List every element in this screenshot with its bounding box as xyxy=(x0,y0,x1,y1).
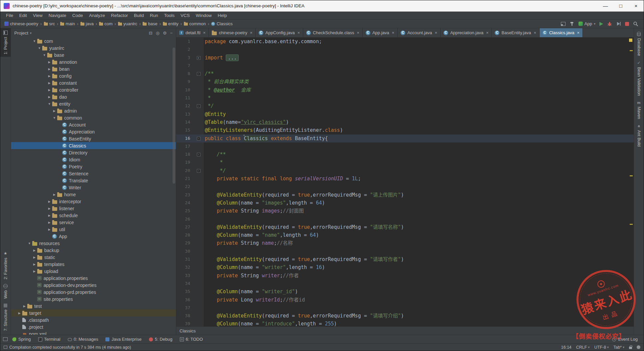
breadcrumb-item-java[interactable]: java xyxy=(80,21,94,26)
tree-item-common[interactable]: ▼common xyxy=(11,114,176,121)
tree-item-application-dev-properties[interactable]: application-dev.properties xyxy=(11,282,176,289)
locate-icon[interactable]: ◎ xyxy=(156,31,159,36)
code-line[interactable]: 3+import ... xyxy=(176,54,634,62)
line-separator-selector[interactable]: CRLF▾ xyxy=(576,345,590,350)
warning-stripe-mark[interactable] xyxy=(630,224,633,225)
code-line[interactable]: 11 * xyxy=(176,94,634,102)
code-line[interactable]: 38 @ValidateEntity(required = true,error… xyxy=(176,312,634,320)
breadcrumb-item-yuanlrc[interactable]: yuanlrc xyxy=(118,21,137,26)
chevron-collapsed-icon[interactable]: ▶ xyxy=(47,95,52,99)
breadcrumb-item-common[interactable]: common xyxy=(184,21,206,26)
breadcrumb-item-com[interactable]: com xyxy=(99,21,113,26)
chevron-collapsed-icon[interactable]: ▶ xyxy=(47,228,52,231)
close-tab-icon[interactable]: × xyxy=(297,30,300,35)
tree-item-resources[interactable]: ▼resources xyxy=(11,240,176,247)
collapse-all-icon[interactable]: ⊟ xyxy=(149,31,153,36)
gear-icon[interactable]: ⚙ xyxy=(163,31,167,36)
code-line[interactable]: 35 @Column(name = "writer_id") xyxy=(176,288,634,296)
tab-classics-java[interactable]: Classics.java× xyxy=(540,28,583,37)
chevron-collapsed-icon[interactable]: ▶ xyxy=(47,221,52,224)
code-line[interactable]: 39 @Column(name = "introduce",length = 2… xyxy=(176,320,634,326)
tree-item-com[interactable]: ▼com xyxy=(11,38,176,44)
code-line[interactable]: 33 private String writer;//作者 xyxy=(176,272,634,280)
breadcrumb-item-entity[interactable]: entity xyxy=(163,21,179,26)
chevron-expanded-icon[interactable]: ▼ xyxy=(27,242,32,245)
tree-item-translate[interactable]: Translate xyxy=(11,177,176,184)
menu-item-build[interactable]: Build xyxy=(131,13,147,18)
fold-marker-icon[interactable]: - xyxy=(193,134,203,142)
chevron-collapsed-icon[interactable]: ▶ xyxy=(47,88,52,92)
code-line[interactable]: 16-public class Classics extends BaseEnt… xyxy=(176,134,634,142)
code-line[interactable]: 32 @Column(name = "writer",length = 16) xyxy=(176,263,634,271)
tree-item-project[interactable]: .project xyxy=(11,323,176,330)
chevron-collapsed-icon[interactable]: ▶ xyxy=(52,109,57,113)
tree-item-application-prd-properties[interactable]: application-prd.properties xyxy=(11,289,176,296)
tool-window-button-database[interactable]: Database xyxy=(634,30,644,58)
code-line[interactable]: 9 * 前台典籍实体类 xyxy=(176,78,634,86)
encoding-selector[interactable]: UTF-8▾ xyxy=(594,345,608,350)
code-line[interactable]: 17 xyxy=(176,142,634,150)
code-line[interactable]: 37 xyxy=(176,304,634,312)
chevron-collapsed-icon[interactable]: ▶ xyxy=(22,305,27,308)
close-tab-icon[interactable]: × xyxy=(486,30,489,35)
tree-item-directory[interactable]: Directory xyxy=(11,149,176,156)
code-line[interactable]: 22 xyxy=(176,183,634,191)
close-tab-icon[interactable]: × xyxy=(392,30,395,35)
project-panel-title[interactable]: Project xyxy=(14,31,28,36)
tab-appconfig-java[interactable]: AppConfig.java× xyxy=(256,28,303,37)
breadcrumb-item-src[interactable]: src xyxy=(44,21,55,26)
editor[interactable]: 1package com.yuanlrc.base.entity.common;… xyxy=(176,38,634,326)
tree-item-account[interactable]: Account xyxy=(11,121,176,128)
chevron-collapsed-icon[interactable]: ▶ xyxy=(52,193,57,196)
menu-item-help[interactable]: Help xyxy=(215,13,230,18)
tool-window-button-2-favorites[interactable]: 2: Favorites xyxy=(0,249,11,282)
chevron-expanded-icon[interactable]: ▼ xyxy=(52,116,57,120)
code-line[interactable]: 24 @Column(name = "images",length = 64) xyxy=(176,199,634,207)
code-line[interactable]: 8-/** xyxy=(176,70,634,78)
chevron-collapsed-icon[interactable]: ▶ xyxy=(32,263,37,266)
close-button[interactable]: × xyxy=(628,0,644,11)
tab-checkschedule-class[interactable]: CheckSchedule.class× xyxy=(303,28,363,37)
tree-item-test[interactable]: ▶test xyxy=(11,303,176,309)
code-line[interactable]: 2 xyxy=(176,45,634,53)
tree-item-dao[interactable]: ▶dao xyxy=(11,93,176,100)
hide-panel-icon[interactable]: − xyxy=(170,31,173,36)
code-line[interactable]: 27 @ValidateEntity(required = true,error… xyxy=(176,223,634,231)
tree-item-yuanlrc[interactable]: ▼yuanlrc xyxy=(11,44,176,51)
code-line[interactable]: 30 xyxy=(176,247,634,255)
tab-appreciation-java[interactable]: Appreciation.java× xyxy=(441,28,492,37)
tool-window-button-1-project[interactable]: 1: Project xyxy=(0,28,11,57)
code-line[interactable]: 31 @ValidateEntity(required = true,error… xyxy=(176,255,634,263)
tree-item-annotion[interactable]: ▶annotion xyxy=(11,58,176,65)
tree-item-target[interactable]: ▶target xyxy=(11,309,176,316)
caret-position[interactable]: 16:14 xyxy=(561,345,572,350)
menu-item-run[interactable]: Run xyxy=(147,13,161,18)
chevron-collapsed-icon[interactable]: ▶ xyxy=(47,200,52,203)
fold-marker-icon[interactable]: - xyxy=(193,102,203,110)
breadcrumb-item-chinese-poetry[interactable]: chinese-poetry xyxy=(4,21,38,26)
menu-item-edit[interactable]: Edit xyxy=(16,13,30,18)
close-tab-icon[interactable]: × xyxy=(357,30,359,35)
tree-item-pom-xml[interactable]: pom.xml xyxy=(11,330,176,335)
chevron-collapsed-icon[interactable]: ▶ xyxy=(47,67,52,71)
tree-item-appreciation[interactable]: Appreciation xyxy=(11,128,176,135)
close-tab-icon[interactable]: × xyxy=(250,30,253,35)
run-button[interactable] xyxy=(599,22,603,26)
tool-window-button-0-messages[interactable]: 0: Messages xyxy=(64,337,102,342)
tool-window-button-ant-build[interactable]: Ant Build xyxy=(634,122,644,149)
fold-marker-icon[interactable]: - xyxy=(193,167,203,175)
tab-app-java[interactable]: App.java× xyxy=(363,28,398,37)
code-line[interactable]: 36 private Long writerId;//作者id xyxy=(176,296,634,304)
menu-item-refactor[interactable]: Refactor xyxy=(108,13,131,18)
coverage-button[interactable] xyxy=(616,21,621,26)
search-icon[interactable] xyxy=(633,21,638,27)
project-tree-scrollbar[interactable] xyxy=(173,47,175,184)
indent-selector[interactable]: Tab*▾ xyxy=(613,345,624,350)
code-line[interactable]: 28 @Column(name = "name",length = 64) xyxy=(176,231,634,239)
chevron-expanded-icon[interactable]: ▼ xyxy=(47,102,52,106)
code-line[interactable]: 19 * xyxy=(176,158,634,166)
menu-item-analyze[interactable]: Analyze xyxy=(86,13,108,18)
chevron-expanded-icon[interactable]: ▼ xyxy=(32,40,37,43)
menu-item-file[interactable]: File xyxy=(3,13,16,18)
maximize-button[interactable]: □ xyxy=(613,0,628,11)
